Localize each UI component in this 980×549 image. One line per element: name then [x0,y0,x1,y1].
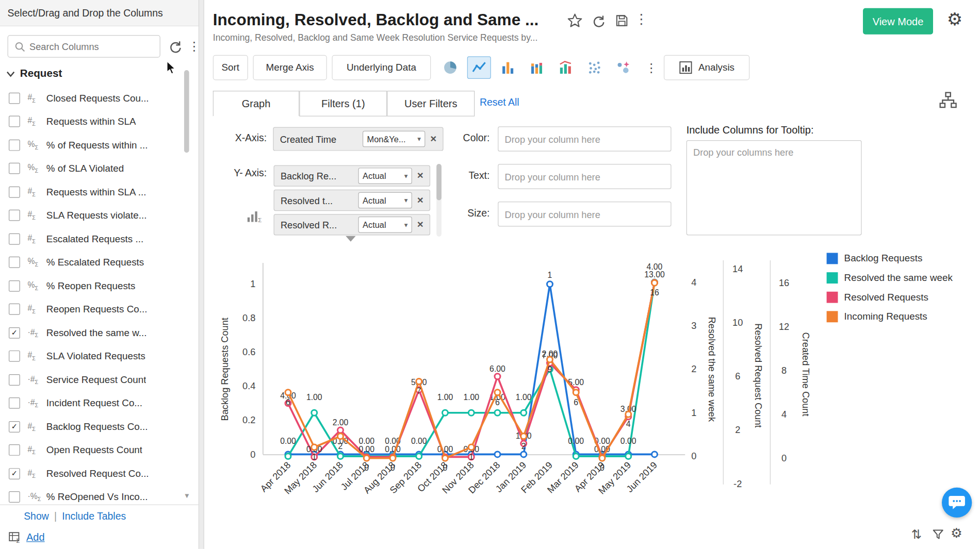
show-link[interactable]: Show [24,511,49,522]
series-resolved-requests[interactable]: 4.000.002.000.000.005.000.000.006.001.00… [280,270,665,460]
sort-button[interactable]: Sort [213,55,248,80]
chart-type-pie-button[interactable] [438,56,462,79]
column-item[interactable]: #ΣClosed Requests Cou... [0,87,188,110]
chart-type-scatter-button[interactable] [582,56,606,79]
refresh-icon[interactable] [591,13,606,28]
column-item[interactable]: #ΣRequests within SLA ... [0,180,188,204]
underlying-data-button[interactable]: Underlying Data [332,55,431,80]
column-item[interactable]: %Σ% of SLA Violated [0,157,188,180]
column-checkbox[interactable] [9,280,20,292]
svg-text:0.6: 0.6 [242,347,255,357]
column-checkbox[interactable] [9,116,20,127]
column-checkbox[interactable] [9,163,20,174]
chart-type-bar-marker-button[interactable] [553,56,577,79]
chart-settings-gear-icon[interactable]: ⚙ [951,526,962,541]
sidebar-scrollbar[interactable] [184,70,189,153]
chart-type-bar-button[interactable] [496,56,520,79]
column-item[interactable]: %Σ% of Requests within ... [0,134,188,157]
y-agg-dropdown[interactable]: Actual ▾ [358,168,412,184]
column-item[interactable]: ·%Σ% ReOpened Vs Inco... [0,486,188,505]
column-checkbox[interactable] [9,186,20,197]
column-checkbox[interactable] [9,257,20,268]
column-item[interactable]: ✓#ΣBacklog Requests Co... [0,415,188,439]
more-fields-indicator[interactable] [346,236,355,242]
remove-y-axis-icon[interactable]: × [417,170,423,182]
column-item[interactable]: %Σ% Reopen Requests [0,274,188,298]
column-checkbox[interactable] [9,444,20,456]
y-axis-scroll-thumb[interactable] [436,164,442,200]
add-link[interactable]: Add [26,531,45,543]
column-checkbox[interactable] [9,374,20,386]
include-tables-link[interactable]: Include Tables [62,511,126,522]
column-item[interactable]: ·#ΣIncident Request Co... [0,391,188,415]
text-dropzone[interactable]: Drop your column here [498,164,671,189]
color-dropzone[interactable]: Drop your column here [498,126,671,152]
y-agg-dropdown[interactable]: Actual ▾ [358,217,412,233]
save-icon[interactable] [614,13,629,28]
merge-axis-button[interactable]: Merge Axis [253,55,326,80]
remove-y-axis-icon[interactable]: × [417,219,423,231]
analysis-button[interactable]: Analysis [664,55,749,80]
tab-filters[interactable]: Filters (1) [299,91,387,117]
column-checkbox[interactable]: ✓ [9,421,20,432]
chat-support-button[interactable] [942,488,972,518]
refresh-columns-icon[interactable] [168,39,183,54]
star-icon[interactable] [567,12,583,29]
column-checkbox[interactable]: ✓ [9,327,20,339]
legend-item[interactable]: Resolved the same week [827,272,953,284]
tab-user-filters[interactable]: User Filters [387,91,475,117]
x-axis-agg-dropdown[interactable]: Mon&Ye... ▾ [363,131,425,147]
remove-y-axis-icon[interactable]: × [417,194,423,206]
y-axis-chip[interactable]: Resolved t... Actual ▾ × [274,190,431,211]
sort-rows-icon[interactable]: ⇅ [911,527,922,542]
y-axis-chip[interactable]: Resolved R... Actual ▾ × [274,214,431,235]
data-label: 1 [312,453,317,461]
filter-funnel-icon[interactable] [932,529,944,540]
x-axis-chip[interactable]: Created Time Mon&Ye... ▾ × [273,127,443,151]
y-axis-sort-icon[interactable]: Σ [247,209,262,223]
legend-item[interactable]: Incoming Requests [827,311,953,322]
column-checkbox[interactable] [9,210,20,221]
column-checkbox[interactable] [9,304,20,315]
column-checkbox[interactable] [9,491,20,503]
column-item[interactable]: ·#ΣService Request Count [0,368,188,392]
column-item[interactable]: #ΣSLA Requests violate... [0,204,188,227]
sidebar-splitter[interactable] [199,0,204,549]
search-columns-input[interactable] [28,36,154,57]
caret-down-icon: ▾ [404,221,408,229]
chart-type-stacked-bar-button[interactable] [525,56,548,79]
column-checkbox[interactable] [9,234,20,245]
scroll-down-icon[interactable]: ▼ [184,492,190,500]
column-checkbox[interactable]: ✓ [9,468,20,479]
column-item[interactable]: %Σ% Escalated Requests [0,251,188,274]
column-item[interactable]: #ΣRequests within SLA [0,110,188,134]
view-mode-button[interactable]: View Mode [863,8,933,35]
legend-item[interactable]: Resolved Requests [827,292,953,303]
tab-graph[interactable]: Graph [213,91,300,117]
data-label: 0 [600,463,605,472]
column-checkbox[interactable] [9,92,20,104]
size-dropzone[interactable]: Drop your column here [498,202,671,227]
request-section-toggle[interactable]: Request [6,68,62,80]
layout-hierarchy-icon[interactable] [938,91,958,109]
title-kebab-icon[interactable]: ⋮ [634,11,648,28]
search-columns-box[interactable] [8,35,160,58]
chart-more-kebab-icon[interactable]: ⋮ [645,60,658,75]
column-item[interactable]: #ΣSLA Violated Requests [0,344,188,368]
y-axis-chip[interactable]: Backlog Re... Actual ▾ × [274,165,431,187]
tooltip-dropzone[interactable]: Drop your columns here [687,140,862,236]
legend-item[interactable]: Backlog Requests [827,253,953,264]
column-checkbox[interactable] [9,351,20,362]
column-item[interactable]: #ΣEscalated Requests ... [0,227,188,251]
column-item[interactable]: #ΣOpen Requests Count [0,438,188,462]
column-checkbox[interactable] [9,139,20,151]
column-item[interactable]: ✓·#ΣResolved the same w... [0,321,188,345]
column-checkbox[interactable] [9,397,20,409]
column-item[interactable]: ✓#ΣResolved Request Co... [0,462,188,486]
reset-all-link[interactable]: Reset All [480,97,519,108]
chart-type-bubble-button[interactable] [611,56,635,79]
chart-type-line-button[interactable] [467,56,491,79]
settings-gear-icon[interactable]: ⚙ [947,9,962,29]
column-item[interactable]: #ΣReopen Requests Co... [0,297,188,321]
y-agg-dropdown[interactable]: Actual ▾ [358,192,412,209]
